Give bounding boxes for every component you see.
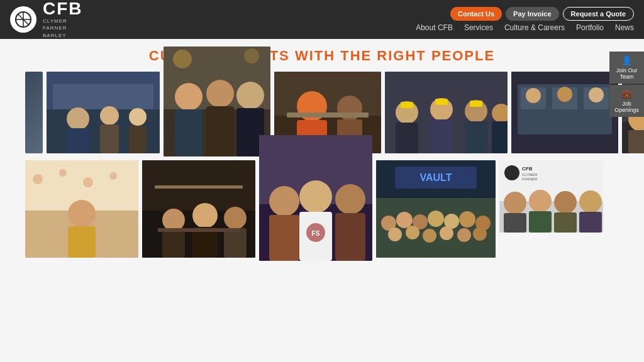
side-panel: 👤 Join Our Team 💼 Job Openings — [609, 52, 644, 117]
header: CFB CLYMER FARNER BARLEY Contact Us Pay … — [0, 0, 644, 39]
svg-point-115 — [529, 190, 552, 212]
svg-rect-41 — [492, 121, 508, 153]
svg-rect-120 — [579, 212, 602, 233]
page-title: CULTURE STARTS WITH THE RIGHT PEOPLE — [6, 48, 638, 64]
nav-services[interactable]: Services — [464, 23, 493, 32]
photo-2-1 — [25, 160, 138, 258]
photo-row-2: FS VAULT — [25, 160, 619, 261]
main-content: CULTURE STARTS WITH THE RIGHT PEOPLE — [0, 39, 644, 362]
request-quote-button[interactable]: Request a Quote — [563, 7, 634, 21]
cfb-logo-svg — [14, 11, 32, 28]
svg-rect-67 — [68, 226, 96, 258]
logo-subtitle: CLYMER FARNER BARLEY — [43, 18, 83, 39]
svg-point-50 — [589, 87, 604, 102]
svg-point-101 — [406, 226, 419, 239]
svg-point-82 — [299, 180, 332, 213]
nav-about[interactable]: About CFB — [416, 23, 453, 32]
svg-rect-10 — [100, 124, 119, 153]
svg-rect-38 — [465, 121, 487, 153]
logo-cfb-text: CFB — [43, 0, 83, 18]
logo-icon — [10, 6, 36, 33]
job-openings-button[interactable]: 💼 Job Openings — [609, 85, 644, 117]
svg-point-9 — [100, 106, 119, 125]
header-right: Contact Us Pay Invoice Request a Quote A… — [416, 7, 634, 32]
nav-culture[interactable]: Culture & Careers — [504, 23, 565, 32]
svg-point-75 — [224, 207, 247, 229]
svg-point-64 — [83, 177, 93, 187]
svg-point-80 — [269, 186, 299, 216]
svg-rect-118 — [554, 212, 577, 233]
svg-rect-16 — [175, 109, 203, 156]
join-team-icon: 👤 — [621, 55, 632, 65]
svg-point-19 — [236, 82, 264, 109]
svg-text:FS: FS — [312, 230, 320, 237]
nav-news[interactable]: News — [615, 23, 634, 32]
svg-rect-70 — [155, 185, 243, 189]
svg-point-11 — [129, 108, 147, 126]
svg-point-21 — [173, 50, 192, 69]
svg-point-98 — [459, 211, 475, 228]
svg-rect-77 — [158, 228, 240, 232]
nav-links: About CFB Services Culture & Careers Por… — [416, 23, 634, 32]
svg-point-119 — [579, 190, 602, 213]
svg-point-66 — [68, 200, 96, 228]
photo-1-6 — [511, 72, 618, 153]
logo-text: CFB CLYMER FARNER BARLEY — [43, 0, 83, 39]
svg-point-73 — [192, 203, 218, 228]
svg-point-62 — [33, 174, 43, 184]
svg-point-63 — [59, 169, 67, 177]
job-openings-icon: 💼 — [621, 89, 632, 99]
photo-2-5: CFB CLYMER FARNER — [499, 160, 603, 233]
nav-portfolio[interactable]: Portfolio — [576, 23, 604, 32]
svg-text:FARNER: FARNER — [522, 177, 538, 181]
svg-point-22 — [244, 48, 259, 63]
svg-point-7 — [67, 107, 89, 130]
photo-2-2 — [142, 160, 255, 258]
svg-point-17 — [206, 80, 234, 107]
svg-point-94 — [396, 212, 413, 228]
svg-rect-29 — [287, 112, 369, 118]
svg-text:VAULT: VAULT — [420, 172, 452, 183]
svg-rect-35 — [430, 119, 453, 153]
svg-point-100 — [388, 228, 402, 241]
svg-point-113 — [504, 192, 526, 214]
svg-text:CFB: CFB — [522, 166, 533, 172]
svg-point-108 — [504, 165, 519, 180]
svg-text:CLYMER: CLYMER — [522, 173, 538, 177]
photo-1-3 — [164, 47, 270, 156]
svg-rect-18 — [206, 106, 234, 156]
svg-rect-6 — [53, 84, 153, 109]
svg-rect-114 — [504, 213, 526, 233]
svg-point-117 — [554, 191, 577, 214]
photo-grid: FS VAULT — [6, 72, 638, 261]
photo-1-5 — [385, 72, 508, 153]
svg-point-71 — [162, 209, 185, 231]
header-buttons: Contact Us Pay Invoice Request a Quote — [450, 7, 634, 21]
logo-area: CFB CLYMER FARNER BARLEY — [10, 0, 83, 39]
photo-1-2 — [47, 72, 160, 153]
job-openings-label: Job Openings — [614, 101, 639, 113]
join-team-button[interactable]: 👤 Join Our Team — [609, 52, 644, 84]
pay-invoice-button[interactable]: Pay Invoice — [506, 7, 559, 21]
svg-point-15 — [175, 83, 203, 111]
svg-rect-33 — [401, 102, 413, 108]
svg-rect-72 — [162, 230, 185, 258]
svg-rect-36 — [435, 99, 448, 105]
svg-rect-32 — [396, 123, 418, 153]
photo-2-4: VAULT — [376, 160, 496, 258]
svg-point-84 — [335, 184, 365, 214]
svg-rect-76 — [224, 228, 247, 258]
join-team-label: Join Our Team — [614, 67, 639, 80]
svg-rect-116 — [529, 211, 552, 233]
contact-us-button[interactable]: Contact Us — [450, 7, 502, 21]
svg-point-65 — [109, 172, 117, 180]
svg-point-105 — [473, 227, 487, 241]
svg-rect-81 — [269, 215, 299, 261]
svg-point-49 — [557, 87, 572, 102]
svg-point-102 — [423, 229, 436, 243]
svg-point-48 — [526, 88, 541, 103]
svg-rect-85 — [335, 213, 365, 261]
svg-point-103 — [440, 226, 453, 240]
svg-point-104 — [457, 228, 471, 242]
svg-rect-39 — [470, 101, 482, 107]
